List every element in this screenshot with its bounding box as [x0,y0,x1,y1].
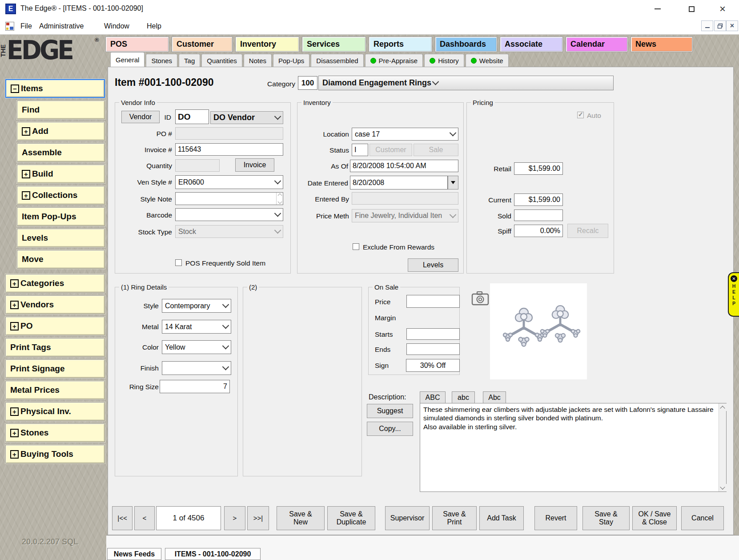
save-and-print-button[interactable]: Save & Print [432,506,477,530]
vendor-button[interactable]: Vendor [121,111,160,123]
suggest-button[interactable]: Suggest [367,404,413,418]
style-note-spinner[interactable] [276,193,283,205]
ven-style-dropdown[interactable]: ER0600 [175,175,283,189]
save-and-duplicate-button[interactable]: Save & Duplicate [327,506,375,530]
sidebar-item-add[interactable]: +Add [17,122,105,141]
tab-tag[interactable]: Tag [179,54,200,67]
tab-dashboards[interactable]: Dashboards [435,37,497,52]
sidebar-item-levels[interactable]: Levels [17,229,105,247]
vendor-id-input[interactable] [175,109,209,124]
maximize-button[interactable] [680,0,703,18]
status-input[interactable] [352,144,368,156]
save-and-stay-button[interactable]: Save & Stay [582,506,630,530]
add-task-button[interactable]: Add Task [479,506,524,530]
mdi-restore-button[interactable] [714,20,726,31]
quantity-input[interactable] [175,159,220,172]
items-window-tab[interactable]: ITEMS - 001-100-02090 [165,548,261,560]
tab-associate[interactable]: Associate [500,37,562,52]
help-close-icon[interactable]: ✕ [731,275,737,282]
tab-quantities[interactable]: Quantities [201,54,242,67]
exclude-from-rewards-checkbox[interactable] [353,243,359,250]
tab-inventory[interactable]: Inventory [236,37,299,52]
description-textarea[interactable]: These shimmering ear climbers with adjus… [420,403,727,492]
last-record-button[interactable]: >>| [247,506,269,530]
date-entered-calendar-button[interactable] [448,176,458,189]
description-scrollbar[interactable] [719,403,726,492]
sidebar-item-assemble[interactable]: Assemble [17,143,105,162]
camera-icon[interactable] [471,291,490,308]
lowercase-button[interactable]: abc [452,391,475,404]
starts-input[interactable] [406,328,460,340]
help-tab[interactable]: ✕ HELP [728,272,739,317]
barcode-dropdown[interactable] [175,208,283,221]
close-button[interactable]: × [711,0,734,18]
entered-by-input[interactable] [352,192,458,205]
price-meth-dropdown[interactable]: Fine Jewelry, Individual Iten [352,209,458,222]
tab-website[interactable]: Website [466,54,509,67]
category-code-field[interactable]: 100 [298,76,317,90]
sale-price-input[interactable] [406,295,460,308]
ends-input[interactable] [406,343,460,355]
save-and-new-button[interactable]: Save & New [277,506,325,530]
menu-administrative[interactable]: Administrative [36,21,86,31]
supervisor-button[interactable]: Supervisor [385,506,430,530]
next-record-button[interactable]: > [224,506,245,530]
sidebar-item-find[interactable]: Find [17,101,105,119]
minimize-button[interactable] [647,0,669,18]
tab-pos[interactable]: POS [106,37,169,52]
ring-style-dropdown[interactable]: Contemporary [162,299,231,313]
sidebar-item-build[interactable]: +Build [17,165,105,183]
tab-disassembled[interactable]: Disassembled [311,54,363,67]
menu-help[interactable]: Help [144,21,164,31]
tab-customer[interactable]: Customer [172,37,232,52]
vendor-name-dropdown[interactable]: DO Vendor [210,111,283,124]
recalc-button[interactable]: Recalc [567,224,608,238]
cancel-button[interactable]: Cancel [681,506,724,530]
date-entered-input[interactable] [350,176,448,189]
mdi-minimize-button[interactable] [701,20,713,31]
scroll-down-button[interactable] [719,484,727,492]
sidebar-item-po[interactable]: +PO [5,317,105,335]
sidebar-item-print-tags[interactable]: Print Tags [5,338,105,357]
tab-stones[interactable]: Stones [146,54,177,67]
tab-history[interactable]: History [424,54,464,67]
finish-dropdown[interactable] [162,361,231,375]
scroll-up-button[interactable] [719,403,727,411]
tab-calendar[interactable]: Calendar [566,37,627,52]
menu-file[interactable]: File [18,21,35,31]
tab-news[interactable]: News [631,37,692,52]
style-note-input[interactable] [175,192,283,205]
uppercase-button[interactable]: ABC [420,391,446,404]
tab-notes[interactable]: Notes [244,54,272,67]
sidebar-item-move[interactable]: Move [17,250,105,269]
invoice-number-input[interactable] [175,143,283,156]
sign-button[interactable]: 30% Off [406,359,460,372]
titlecase-button[interactable]: Abc [483,391,506,404]
sidebar-item-item-popups[interactable]: Item Pop-Ups [17,207,105,226]
levels-button[interactable]: Levels [408,258,458,272]
stock-type-dropdown[interactable]: Stock [175,225,283,238]
po-number-input[interactable] [175,127,283,140]
color-dropdown[interactable]: Yellow [162,340,231,354]
news-feeds-tab[interactable]: News Feeds [107,548,161,560]
category-dropdown[interactable]: Diamond Engagement Rings [318,76,614,90]
sidebar-item-categories[interactable]: +Categories [5,274,105,293]
menu-window[interactable]: Window [101,21,132,31]
tab-pre-appraise[interactable]: Pre-Appraise [365,54,423,67]
first-record-button[interactable]: |<< [112,506,133,530]
sidebar-item-stones[interactable]: +Stones [5,423,105,442]
tab-reports[interactable]: Reports [369,37,432,52]
tab-general[interactable]: General [110,52,145,67]
sale-button[interactable]: Sale [414,144,458,156]
sidebar-item-physical-inv[interactable]: +Physical Inv. [5,402,105,421]
customer-button[interactable]: Customer [370,144,412,156]
tab-popups[interactable]: Pop-Ups [273,54,309,67]
location-dropdown[interactable]: case 17 [352,128,458,141]
previous-record-button[interactable]: < [134,506,155,530]
auto-checkbox[interactable] [577,112,584,118]
invoice-button[interactable]: Invoice [235,158,274,172]
sidebar-item-items[interactable]: −Items [5,79,105,98]
sidebar-item-print-signage[interactable]: Print Signage [5,359,105,378]
sidebar-item-buying-tools[interactable]: +Buying Tools [5,445,105,463]
sidebar-item-metal-prices[interactable]: Metal Prices [5,381,105,399]
